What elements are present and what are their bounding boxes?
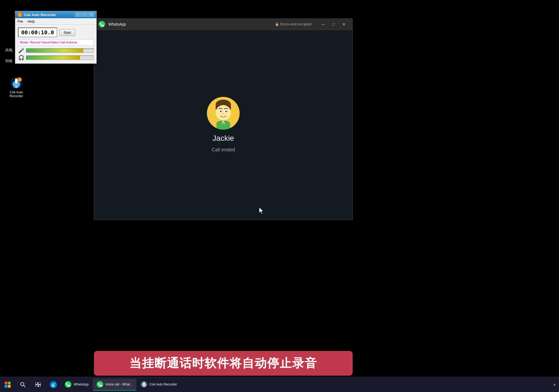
cok-menu-help[interactable]: Help xyxy=(28,19,35,24)
desktop-hint-2: 回收 xyxy=(5,59,13,63)
svg-rect-2 xyxy=(15,78,18,84)
cok-close-btn[interactable]: ✕ xyxy=(88,13,94,17)
svg-rect-28 xyxy=(39,385,41,387)
cok-icon-label: Cok Auto Recorder xyxy=(10,90,23,98)
taskbar-task-view-button[interactable] xyxy=(30,377,46,392)
wa-minimize-btn[interactable]: — xyxy=(319,21,327,27)
taskbar-item-voice-call[interactable]: Voice call - What... xyxy=(93,379,136,391)
overlay-banner-text: 当挂断通话时软件将自动停止录音 xyxy=(129,356,317,370)
svg-point-18 xyxy=(222,113,224,114)
taskbar: WhatsApp Voice call - What... xyxy=(0,377,559,392)
svg-rect-27 xyxy=(35,385,38,387)
wa-encrypted-text: End-to-end encrypted xyxy=(280,22,311,26)
svg-point-11 xyxy=(216,105,231,120)
cok-meter-mic: 🎤 xyxy=(18,48,94,54)
svg-point-23 xyxy=(21,382,24,386)
cok-mic-icon: 🎤 xyxy=(18,48,25,54)
svg-point-31 xyxy=(97,381,103,388)
wa-window-controls: — □ ✕ xyxy=(319,21,348,27)
cok-meters: 🎤 🎧 xyxy=(18,48,94,61)
svg-rect-25 xyxy=(35,382,38,384)
taskbar-voice-call-label: Voice call - What... xyxy=(105,382,132,386)
cok-auto-recorder-desktop-icon[interactable]: A Cok Auto Recorder xyxy=(5,76,27,98)
taskbar-item-cok[interactable]: Cok Auto Recorder xyxy=(137,379,181,391)
cok-start-button[interactable]: Start xyxy=(59,29,75,36)
taskbar-items: WhatsApp Voice call - What... xyxy=(61,379,550,391)
call-ended-container: Jackie Call ended xyxy=(207,97,240,153)
cok-minimize-btn[interactable]: — xyxy=(75,13,81,17)
overlay-banner: 当挂断通话时软件将自动停止录音 xyxy=(94,351,353,376)
cok-menubar: File Help xyxy=(15,18,96,25)
cok-body: 00:00:10.0 Start Mode: Record Voice/Vide… xyxy=(15,25,96,63)
cok-timer-display: 00:00:10.0 xyxy=(18,27,57,37)
svg-text:A: A xyxy=(19,78,21,81)
whatsapp-title: WhatsApp xyxy=(108,22,272,26)
whatsapp-window: WhatsApp 🔒 End-to-end encrypted — □ ✕ xyxy=(94,19,353,220)
call-avatar xyxy=(207,97,240,130)
cok-window: C Cok Auto Recorder — □ ✕ File Help 00:0… xyxy=(15,11,97,64)
taskbar-chevron[interactable]: ∧ xyxy=(553,383,556,387)
wa-maximize-btn[interactable]: □ xyxy=(329,21,338,27)
whatsapp-body: Jackie Call ended xyxy=(94,30,352,220)
svg-point-7 xyxy=(99,21,105,27)
call-status: Call ended xyxy=(212,147,235,153)
svg-point-15 xyxy=(225,111,227,112)
cok-menu-file[interactable]: File xyxy=(17,19,23,24)
desktop: A Cok Auto Recorder 此电 回收 C Cok Auto Rec… xyxy=(0,0,559,392)
desktop-hint-1: 此电 xyxy=(5,48,13,53)
taskbar-cok-label: Cok Auto Recorder xyxy=(149,382,177,386)
cok-icon-img: A xyxy=(10,76,23,89)
svg-rect-34 xyxy=(143,382,145,385)
wa-encrypted-badge: 🔒 End-to-end encrypted xyxy=(275,22,311,26)
svg-rect-26 xyxy=(38,382,41,384)
cok-title-icon: C xyxy=(17,12,22,17)
svg-point-17 xyxy=(226,111,227,111)
cok-mode-label: Mode: Record Voice/Video Call Automa xyxy=(18,39,94,45)
taskbar-right: ∧ xyxy=(550,383,559,387)
cok-meter-headphone: 🎧 xyxy=(18,55,94,61)
whatsapp-titlebar: WhatsApp 🔒 End-to-end encrypted — □ ✕ xyxy=(94,19,352,30)
cok-mic-bar xyxy=(26,49,83,53)
svg-point-30 xyxy=(65,381,71,388)
taskbar-whatsapp-label: WhatsApp xyxy=(74,382,88,386)
cok-timer-row: 00:00:10.0 Start xyxy=(18,27,94,37)
taskbar-edge-icon[interactable] xyxy=(46,377,61,392)
cok-headphone-bar xyxy=(26,56,80,60)
lock-icon: 🔒 xyxy=(275,22,279,26)
cok-headphone-icon: 🎧 xyxy=(18,55,25,61)
svg-rect-21 xyxy=(5,385,7,388)
taskbar-start-button[interactable] xyxy=(0,377,15,392)
cok-headphone-bar-container xyxy=(26,56,94,60)
contact-name: Jackie xyxy=(212,134,234,143)
svg-point-16 xyxy=(221,111,221,111)
taskbar-item-whatsapp[interactable]: WhatsApp xyxy=(61,379,92,391)
svg-line-24 xyxy=(24,385,25,387)
taskbar-search-button[interactable] xyxy=(15,377,30,392)
svg-rect-19 xyxy=(5,382,7,384)
whatsapp-logo-icon xyxy=(99,21,105,27)
svg-rect-22 xyxy=(8,385,11,388)
cok-maximize-btn[interactable]: □ xyxy=(82,13,88,17)
cok-mic-bar-container xyxy=(26,48,94,53)
svg-rect-20 xyxy=(8,382,11,384)
cok-titlebar-buttons: — □ ✕ xyxy=(75,13,94,17)
svg-point-14 xyxy=(220,111,222,112)
cok-title-text: Cok Auto Recorder xyxy=(24,13,56,17)
cok-titlebar: C Cok Auto Recorder — □ ✕ xyxy=(15,11,96,18)
wa-close-btn[interactable]: ✕ xyxy=(340,21,348,27)
